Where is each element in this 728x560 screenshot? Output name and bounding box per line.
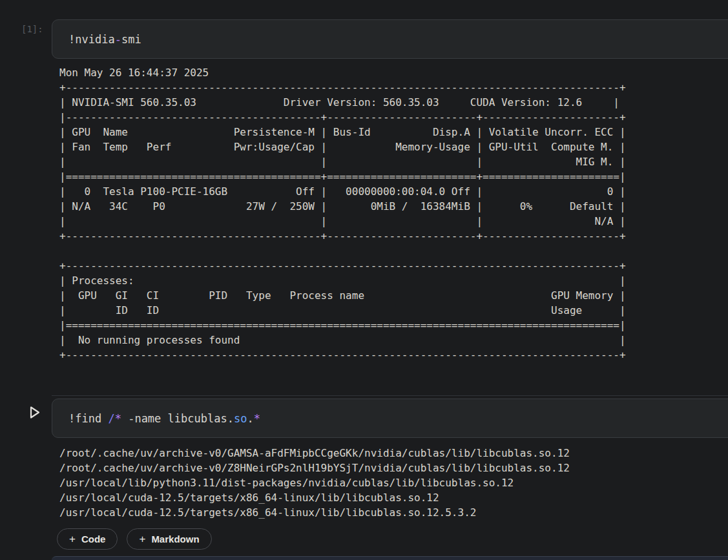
add-markdown-button[interactable]: + Markdown (127, 528, 211, 550)
plus-icon: + (139, 534, 145, 544)
add-cell-toolbar: + Code + Markdown (57, 528, 212, 550)
code-cell-2-input[interactable]: !find /* -name libcublas.so.* (52, 399, 728, 438)
add-code-label: Code (81, 534, 106, 544)
add-markdown-label: Markdown (151, 534, 199, 544)
code-cell-2-output: /root/.cache/uv/archive-v0/GAMSA-aFdFMip… (59, 446, 570, 520)
code-cell-1-input[interactable]: !nvidia-smi (52, 19, 728, 59)
notebook-page: [1]: !nvidia-smi Mon May 26 16:44:37 202… (0, 0, 728, 560)
next-cell-top-edge[interactable] (52, 556, 728, 560)
run-cell-button[interactable] (28, 405, 42, 419)
code-cell-1-output: Mon May 26 16:44:37 2025 +--------------… (59, 65, 626, 362)
code-cell-1-text[interactable]: !nvidia-smi (52, 33, 141, 46)
add-code-button[interactable]: + Code (57, 528, 118, 550)
cell-separator (52, 395, 728, 396)
code-cell-2-text[interactable]: !find /* -name libcublas.so.* (52, 412, 260, 425)
plus-icon: + (69, 534, 76, 544)
execution-count-label: [1]: (21, 24, 43, 34)
play-icon (29, 406, 41, 419)
